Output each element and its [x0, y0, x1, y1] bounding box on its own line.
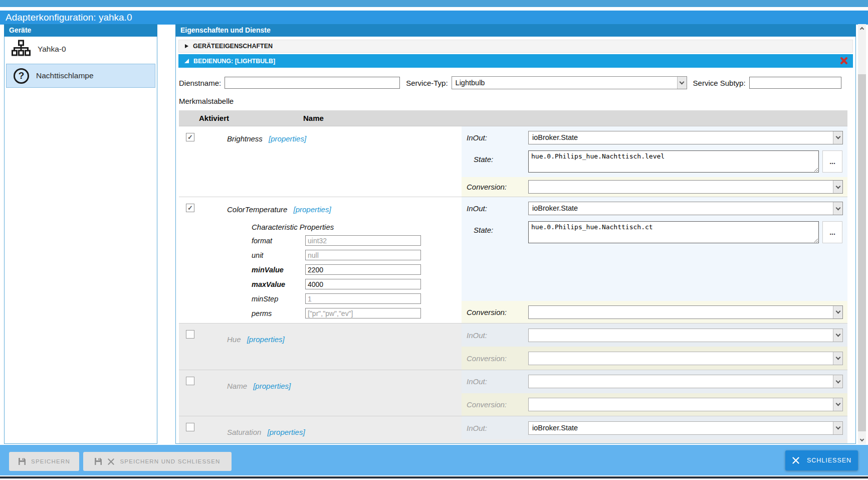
- inout-label: InOut:: [462, 377, 528, 386]
- page-title: Adapterkonfiguration: yahka.0: [0, 11, 868, 25]
- service-form: Dienstname: Service-Typ: Lightbulb Servi…: [179, 76, 852, 89]
- brightness-conversion-select[interactable]: [528, 180, 843, 194]
- brightness-state-textarea[interactable]: hue.0.Philips_hue.Nachttisch.level: [528, 150, 819, 173]
- properties-link[interactable]: [properties]: [247, 335, 285, 344]
- save-icon: [94, 457, 102, 465]
- sidebar-device-list: Yahka-0 ? Nachttischlampe: [4, 37, 157, 444]
- chevron-down-icon: [833, 202, 842, 215]
- conversion-label: Conversion:: [462, 308, 528, 316]
- chevron-down-icon: [833, 375, 842, 388]
- colortemperature-state-textarea[interactable]: hue.0.Philips_hue.Nachttisch.ct: [528, 221, 819, 243]
- format-input[interactable]: [305, 235, 421, 246]
- maxvalue-input[interactable]: [305, 279, 421, 289]
- dienstname-input[interactable]: [225, 77, 400, 89]
- speichern-button[interactable]: SPEICHERN: [9, 452, 79, 471]
- characteristic-name: Brightness: [227, 134, 263, 143]
- inout-label: InOut:: [462, 424, 528, 432]
- unit-label: unit: [252, 251, 305, 259]
- inout-label: InOut:: [462, 331, 528, 340]
- triangle-expanded-icon: [184, 59, 189, 63]
- device-sidebar: Geräte Yahka-0 ? Nachttischlampe: [4, 24, 157, 444]
- colortemperature-checkbox[interactable]: [186, 204, 194, 212]
- hue-checkbox[interactable]: [186, 330, 194, 339]
- colortemperature-inout-select[interactable]: ioBroker.State: [528, 202, 843, 215]
- minvalue-label: minValue: [252, 266, 305, 274]
- saturation-inout-select[interactable]: ioBroker.State: [528, 421, 843, 435]
- chevron-down-icon: [833, 181, 842, 193]
- window-bottom-edge: [0, 476, 868, 478]
- browser-top-strip: [0, 0, 868, 7]
- question-mark-icon: ?: [14, 68, 29, 84]
- sidebar-item-nachttischlampe[interactable]: ? Nachttischlampe: [6, 64, 155, 88]
- hue-inout-select[interactable]: [528, 329, 843, 342]
- column-header-name: Name: [303, 114, 324, 122]
- brightness-inout-select[interactable]: ioBroker.State: [528, 131, 843, 144]
- schliessen-button[interactable]: SCHLIESSEN: [785, 450, 858, 470]
- section-bedienung-lightbulb[interactable]: BEDIENUNG: [LIGHTBULB]: [178, 54, 853, 68]
- vertical-scrollbar[interactable]: [858, 24, 866, 444]
- characteristic-name: ColorTemperature: [227, 205, 287, 214]
- conversion-label: Conversion:: [462, 400, 528, 409]
- properties-link[interactable]: [properties]: [253, 382, 291, 390]
- properties-link[interactable]: [properties]: [269, 134, 306, 143]
- section-geraeteeigenschaften[interactable]: GERÄTEEIGENSCHAFTEN: [178, 40, 853, 53]
- service-subtyp-label: Service Subtyp:: [693, 79, 746, 87]
- unit-input[interactable]: [305, 250, 421, 260]
- characteristic-name: Saturation: [227, 428, 261, 436]
- minstep-input[interactable]: [305, 293, 421, 304]
- chevron-down-icon: [677, 77, 687, 89]
- state-label: State:: [462, 220, 528, 234]
- hue-conversion-select[interactable]: [528, 352, 843, 365]
- brightness-state-browse-button[interactable]: ...: [822, 150, 842, 173]
- conversion-label: Conversion:: [462, 183, 528, 191]
- perms-input[interactable]: [305, 308, 421, 318]
- speichern-und-schliessen-button[interactable]: SPEICHERN UND SCHLIESSEN: [83, 452, 232, 471]
- inout-label: InOut:: [462, 133, 528, 142]
- characteristic-name: Name: [227, 382, 247, 390]
- table-row-brightness: Brightness [properties] InOut: ioBroker.…: [179, 126, 847, 197]
- table-header-row: Aktiviert Name: [179, 110, 847, 126]
- properties-panel: Eigenschaften und Dienste GERÄTEEIGENSCH…: [175, 24, 856, 444]
- minvalue-input[interactable]: [305, 264, 421, 275]
- delete-service-icon[interactable]: [840, 57, 848, 66]
- panel-body: GERÄTEEIGENSCHAFTEN BEDIENUNG: [LIGHTBUL…: [175, 37, 856, 444]
- inout-label: InOut:: [462, 204, 528, 213]
- minstep-label: minStep: [252, 295, 305, 303]
- chevron-down-icon: [833, 131, 842, 144]
- state-label: State:: [462, 149, 528, 164]
- scroll-up-icon[interactable]: [858, 24, 866, 32]
- device-label: Yahka-0: [38, 45, 66, 54]
- chevron-down-icon: [833, 422, 842, 434]
- format-label: format: [252, 237, 305, 245]
- name-conversion-select[interactable]: [528, 398, 843, 411]
- chevron-down-icon: [833, 329, 842, 342]
- properties-link[interactable]: [properties]: [268, 428, 305, 436]
- triangle-collapsed-icon: [185, 44, 188, 48]
- service-typ-label: Service-Typ:: [406, 79, 448, 87]
- sidebar-item-yahka-0[interactable]: Yahka-0: [5, 37, 157, 62]
- colortemperature-state-browse-button[interactable]: ...: [822, 221, 842, 243]
- panel-header: Eigenschaften und Dienste: [175, 24, 856, 37]
- service-typ-value: Lightbulb: [452, 77, 677, 89]
- merkmalstabelle-caption: Merkmalstabelle: [179, 97, 855, 105]
- properties-link[interactable]: [properties]: [294, 205, 331, 214]
- perms-label: perms: [252, 309, 305, 317]
- table-row-colortemperature: ColorTemperature [properties] Characteri…: [179, 197, 847, 323]
- characteristic-name: Hue: [227, 335, 241, 344]
- saturation-checkbox[interactable]: [186, 423, 194, 431]
- device-label: Nachttischlampe: [36, 71, 94, 80]
- characteristic-properties-title: Characteristic Properties: [252, 223, 462, 231]
- column-header-aktiviert: Aktiviert: [179, 114, 303, 122]
- footer-bar: SPEICHERN SPEICHERN UND SCHLIESSEN SCHLI…: [0, 445, 868, 475]
- service-subtyp-input[interactable]: [749, 77, 841, 89]
- chevron-down-icon: [833, 306, 842, 318]
- name-inout-select[interactable]: [528, 375, 843, 388]
- scroll-down-icon[interactable]: [858, 436, 866, 444]
- table-row-hue: Hue [properties] InOut: Conversion:: [179, 323, 847, 370]
- colortemperature-conversion-select[interactable]: [528, 305, 843, 319]
- name-checkbox[interactable]: [186, 377, 194, 385]
- brightness-checkbox[interactable]: [186, 133, 194, 141]
- service-typ-select[interactable]: Lightbulb: [452, 76, 687, 89]
- scrollbar-thumb[interactable]: [858, 74, 866, 431]
- section-label: GERÄTEEIGENSCHAFTEN: [193, 43, 273, 50]
